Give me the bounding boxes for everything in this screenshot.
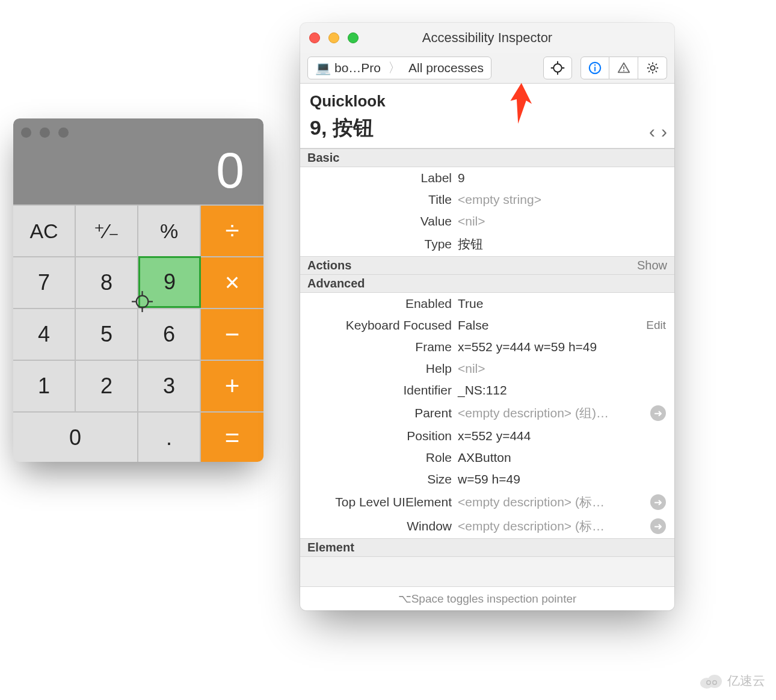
calc-4-button[interactable]: 4 [13,308,76,360]
calc-3-button[interactable]: 3 [138,360,201,411]
calc-7-button[interactable]: 7 [13,256,76,308]
adv-position-value: x=552 y=444 [458,429,666,443]
calc-traffic-lights [21,127,69,138]
basic-title-row: Title <empty string> [300,189,674,210]
audit-tab-button[interactable] [609,57,638,79]
actions-show-button[interactable]: Show [637,259,667,272]
calc-equals-button[interactable]: = [201,411,263,462]
calc-decimal-button[interactable]: . [138,411,201,462]
svg-point-15 [650,66,654,70]
watermark: 亿速云 [698,672,765,689]
quicklook-element-label: 9, 按钮 [310,114,665,142]
adv-position-key: Position [309,429,458,443]
inspector-close-button[interactable] [309,32,320,43]
adv-role-row: Role AXButton [300,447,674,468]
inspector-window: Accessibility Inspector 💻 bo…Pro 〉 All p… [300,23,674,610]
inspection-pointer-button[interactable] [543,57,572,79]
adv-toplevel-key: Top Level UIElement [309,495,458,509]
adv-size-row: Size w=59 h=49 [300,468,674,490]
prev-element-button[interactable]: ‹ [649,121,655,142]
adv-enabled-row: Enabled True [300,293,674,315]
gear-icon [646,61,659,75]
adv-parent-drill-button[interactable]: ➜ [650,405,666,421]
calc-add-button[interactable]: + [201,360,263,411]
scope-label: All processes [408,61,484,75]
scope-segment[interactable]: All processes [401,61,491,75]
calc-8-button[interactable]: 8 [76,256,138,308]
advanced-section-title: Advanced [307,277,365,290]
calc-1-button[interactable]: 1 [13,360,76,411]
adv-enabled-value: True [458,296,666,311]
adv-frame-key: Frame [309,340,458,354]
calc-multiply-button[interactable]: × [201,256,263,308]
adv-frame-row: Frame x=552 y=444 w=59 h=49 [300,336,674,358]
calculator-display-area: 0 [13,118,263,204]
adv-window-drill-button[interactable]: ➜ [650,518,666,534]
basic-type-key: Type [309,237,458,251]
calc-ac-button[interactable]: AC [13,204,76,256]
settings-tab-button[interactable] [638,57,667,79]
adv-toplevel-drill-button[interactable]: ➜ [650,494,666,510]
inspector-title: Accessibility Inspector [422,30,552,46]
adv-frame-value: x=552 y=444 w=59 h=49 [458,340,666,354]
cloud-icon [698,672,722,689]
basic-title-value: <empty string> [458,192,666,207]
adv-enabled-key: Enabled [309,296,458,311]
warning-icon [617,61,630,75]
calc-9-button[interactable]: 9 [138,256,201,308]
svg-rect-12 [594,64,596,66]
calc-sign-button[interactable]: ⁺∕₋ [76,204,138,256]
adv-window-value: <empty description> (标… [458,518,647,535]
basic-label-value: 9 [458,171,666,185]
inspector-zoom-button[interactable] [348,32,359,43]
device-segment[interactable]: 💻 bo…Pro [308,61,388,75]
info-icon [588,61,602,75]
adv-focused-row: Keyboard Focused False Edit [300,315,674,336]
adv-window-row: Window <empty description> (标… ➜ [300,514,674,538]
element-section-title: Element [307,541,354,554]
chevron-right-icon: 〉 [388,59,401,77]
calc-0-button[interactable]: 0 [13,411,138,462]
svg-point-5 [553,64,562,72]
calculator-display: 0 [216,141,244,200]
basic-section-header: Basic [300,149,674,167]
calc-percent-button[interactable]: % [138,204,201,256]
svg-line-20 [648,64,650,65]
calc-5-button[interactable]: 5 [76,308,138,360]
quicklook-nav: ‹ › [649,121,667,142]
calc-zoom-dot[interactable] [58,127,69,138]
calc-6-button[interactable]: 6 [138,308,201,360]
adv-focused-edit-button[interactable]: Edit [640,319,666,332]
element-section-header: Element [300,538,674,557]
adv-position-row: Position x=552 y=444 [300,425,674,447]
calc-divide-button[interactable]: ÷ [201,204,263,256]
adv-focused-key: Keyboard Focused [309,318,458,333]
basic-type-row: Type 按钮 [300,232,674,256]
adv-help-row: Help <nil> [300,358,674,379]
calc-subtract-button[interactable]: − [201,308,263,360]
adv-size-value: w=59 h=49 [458,472,666,487]
adv-identifier-row: Identifier _NS:112 [300,379,674,401]
info-tab-button[interactable] [580,57,609,79]
advanced-section: Enabled True Keyboard Focused False Edit… [300,293,674,538]
adv-size-key: Size [309,472,458,487]
inspector-minimize-button[interactable] [328,32,339,43]
calc-min-dot[interactable] [40,127,50,138]
adv-toplevel-value: <empty description> (标… [458,494,647,511]
adv-parent-row: Parent <empty description> (组)… ➜ [300,401,674,425]
adv-identifier-value: _NS:112 [458,383,666,398]
calc-close-dot[interactable] [21,127,31,138]
adv-window-key: Window [309,519,458,533]
basic-value-value: <nil> [458,214,666,229]
next-element-button[interactable]: › [661,121,667,142]
svg-rect-13 [623,66,624,69]
target-selector[interactable]: 💻 bo…Pro 〉 All processes [307,57,491,79]
basic-label-key: Label [309,171,458,185]
laptop-icon: 💻 [315,61,331,75]
basic-label-row: Label 9 [300,167,674,189]
toolbar-mode-group [580,57,667,79]
adv-identifier-key: Identifier [309,383,458,398]
calc-2-button[interactable]: 2 [76,360,138,411]
basic-title-key: Title [309,192,458,207]
inspector-traffic-lights [309,32,359,43]
